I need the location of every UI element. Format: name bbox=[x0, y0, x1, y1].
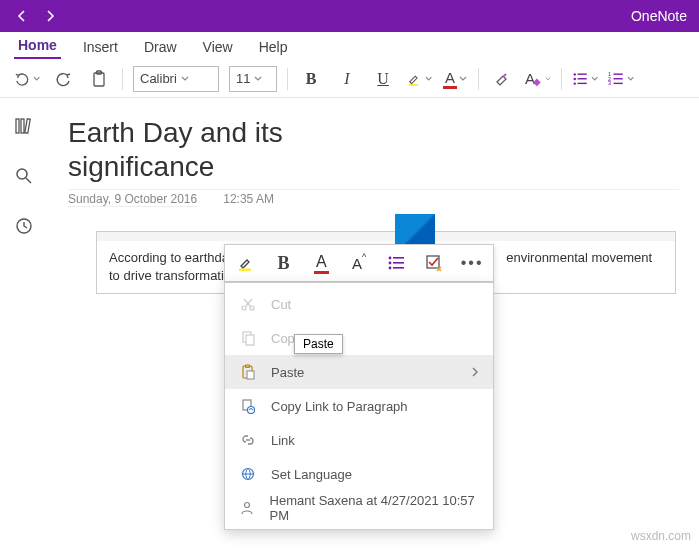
globe-icon bbox=[239, 466, 257, 482]
svg-point-28 bbox=[242, 306, 246, 310]
chevron-down-icon bbox=[545, 75, 551, 83]
svg-rect-10 bbox=[614, 73, 623, 74]
menu-link[interactable]: Link bbox=[225, 423, 493, 457]
recent-button[interactable] bbox=[10, 212, 38, 240]
copy-link-icon bbox=[239, 398, 257, 414]
search-button[interactable] bbox=[10, 162, 38, 190]
mini-font-color-button[interactable]: A bbox=[306, 248, 336, 278]
font-size-input[interactable]: 11 bbox=[229, 66, 277, 92]
highlighter-icon bbox=[406, 70, 423, 88]
tab-home[interactable]: Home bbox=[14, 33, 61, 59]
menu-copy-link[interactable]: Copy Link to Paragraph bbox=[225, 389, 493, 423]
tab-view[interactable]: View bbox=[199, 35, 237, 59]
chevron-down-icon bbox=[181, 75, 189, 83]
note-handle[interactable] bbox=[96, 231, 676, 241]
font-color-button[interactable]: A bbox=[442, 66, 468, 92]
separator bbox=[561, 68, 562, 90]
tab-insert[interactable]: Insert bbox=[79, 35, 122, 59]
paste-icon bbox=[239, 364, 257, 380]
mini-bullet-list-button[interactable] bbox=[382, 248, 412, 278]
chevron-down-icon bbox=[627, 75, 634, 83]
bullet-list-icon bbox=[387, 253, 407, 273]
menu-set-language[interactable]: Set Language bbox=[225, 457, 493, 491]
clipboard-button[interactable] bbox=[86, 66, 112, 92]
link-icon bbox=[239, 432, 257, 448]
bullet-list-button[interactable] bbox=[572, 66, 598, 92]
person-icon bbox=[239, 500, 256, 516]
mini-bold-button[interactable]: B bbox=[269, 248, 299, 278]
svg-point-21 bbox=[388, 257, 391, 260]
menu-cut: Cut bbox=[225, 287, 493, 321]
svg-point-25 bbox=[388, 267, 391, 270]
svg-rect-20 bbox=[239, 269, 251, 272]
search-icon bbox=[14, 166, 34, 186]
svg-rect-22 bbox=[393, 257, 404, 259]
ribbon-toolbar: Calibri 11 B I U A A◆ 123 bbox=[0, 60, 699, 98]
left-sidebar bbox=[0, 98, 48, 549]
menu-paste[interactable]: Paste bbox=[225, 355, 493, 389]
notebooks-button[interactable] bbox=[10, 112, 38, 140]
undo-button[interactable] bbox=[14, 66, 40, 92]
library-icon bbox=[14, 116, 34, 136]
watermark: wsxdn.com bbox=[631, 529, 691, 543]
bullet-list-icon bbox=[572, 70, 589, 88]
menu-link-label: Link bbox=[271, 433, 295, 448]
svg-point-3 bbox=[574, 73, 576, 75]
note-text-before: According to earthda bbox=[109, 250, 229, 265]
styles-button[interactable]: A◆ bbox=[525, 66, 551, 92]
svg-rect-15 bbox=[16, 119, 19, 133]
forward-button[interactable] bbox=[36, 2, 64, 30]
svg-rect-0 bbox=[94, 73, 104, 86]
svg-point-5 bbox=[574, 77, 576, 79]
font-size-value: 11 bbox=[236, 71, 250, 86]
italic-button[interactable]: I bbox=[334, 66, 360, 92]
mini-todo-button[interactable] bbox=[420, 248, 450, 278]
svg-rect-34 bbox=[247, 371, 254, 379]
svg-text:3: 3 bbox=[608, 80, 611, 86]
mini-more-button[interactable]: ••• bbox=[457, 248, 487, 278]
svg-point-29 bbox=[250, 306, 254, 310]
page-title[interactable]: Earth Day and its significance bbox=[68, 116, 348, 183]
svg-rect-26 bbox=[393, 267, 404, 269]
menu-cut-label: Cut bbox=[271, 297, 291, 312]
svg-rect-12 bbox=[614, 78, 623, 79]
tooltip-paste: Paste bbox=[294, 334, 343, 354]
app-title: OneNote bbox=[631, 8, 691, 24]
mini-highlight-button[interactable] bbox=[231, 248, 261, 278]
mini-font-size-button[interactable]: A^ bbox=[344, 248, 374, 278]
chevron-right-icon bbox=[471, 366, 479, 378]
separator bbox=[478, 68, 479, 90]
svg-rect-16 bbox=[21, 119, 24, 133]
svg-rect-6 bbox=[578, 78, 587, 79]
separator bbox=[287, 68, 288, 90]
scissors-icon bbox=[239, 296, 257, 312]
chevron-down-icon bbox=[591, 75, 598, 83]
highlighter-icon bbox=[236, 253, 256, 273]
tab-help[interactable]: Help bbox=[255, 35, 292, 59]
eraser-icon bbox=[493, 70, 511, 88]
title-bar: OneNote bbox=[0, 0, 699, 32]
redo-button[interactable] bbox=[50, 66, 76, 92]
mini-toolbar: B A A^ ••• bbox=[224, 244, 494, 282]
menu-author-info[interactable]: Hemant Saxena at 4/27/2021 10:57 PM bbox=[225, 491, 493, 525]
back-button[interactable] bbox=[8, 2, 36, 30]
svg-point-36 bbox=[248, 407, 255, 414]
clear-formatting-button[interactable] bbox=[489, 66, 515, 92]
svg-rect-14 bbox=[614, 82, 623, 83]
todo-icon bbox=[424, 253, 444, 273]
svg-rect-17 bbox=[25, 119, 30, 133]
tab-draw[interactable]: Draw bbox=[140, 35, 181, 59]
bold-button[interactable]: B bbox=[298, 66, 324, 92]
svg-rect-4 bbox=[578, 73, 587, 74]
menu-paste-label: Paste bbox=[271, 365, 304, 380]
context-menu: Cut Copy Paste Copy Link to Paragraph Li… bbox=[224, 282, 494, 530]
page-time: 12:35 AM bbox=[223, 192, 274, 207]
numbered-list-button[interactable]: 123 bbox=[608, 66, 634, 92]
chevron-down-icon bbox=[254, 75, 262, 83]
ribbon-tabs: Home Insert Draw View Help bbox=[0, 32, 699, 60]
highlight-button[interactable] bbox=[406, 66, 432, 92]
page-date: Sunday, 9 October 2016 bbox=[68, 192, 197, 207]
separator bbox=[122, 68, 123, 90]
underline-button[interactable]: U bbox=[370, 66, 396, 92]
font-name-input[interactable]: Calibri bbox=[133, 66, 219, 92]
